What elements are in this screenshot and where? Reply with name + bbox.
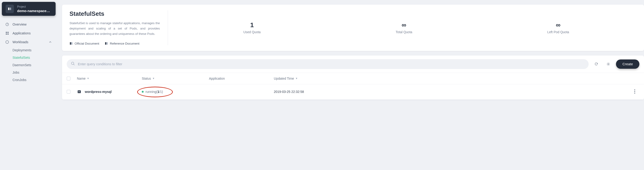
quota-value: ∞ [547,21,569,29]
refresh-button[interactable] [592,60,601,68]
sidebar-item-label: Overview [12,23,26,26]
settings-button[interactable] [604,60,613,68]
doc-link-label: Reference Document [110,42,140,45]
svg-rect-8 [71,42,72,45]
sidebar-item-overview[interactable]: Overview [3,20,54,29]
quota-value: ∞ [396,21,412,29]
gauge-icon [5,22,9,27]
column-header-status[interactable]: Status ▼ [142,77,209,80]
sidebar-item-workloads[interactable]: Workloads [3,38,54,46]
sidebar-item-daemonsets[interactable]: DaemonSets [12,61,54,69]
status-text: running(1/1) [146,90,163,94]
svg-rect-7 [70,42,71,45]
sidebar-item-applications[interactable]: Applications [3,29,54,38]
table-row[interactable]: wordpress-mysql running(1/1) 2019-03-25 … [62,84,644,100]
svg-point-14 [634,90,635,90]
svg-rect-1 [10,8,11,10]
status-dot-icon [142,91,144,93]
page-header: StatefulSets StatefulSet is used to mana… [62,5,644,51]
list-panel: Create Name ▼ Status ▼ Application [62,55,644,100]
quota-label: Total Quota [396,30,412,34]
project-name: demo-namespace… [17,9,50,13]
search-input[interactable] [78,62,584,66]
page-description: StatefulSet is used to manage stateful a… [70,21,160,37]
svg-rect-5 [6,33,7,35]
svg-point-11 [71,62,74,65]
used-quota: 1 Used Quota [243,21,260,34]
total-quota: ∞ Total Quota [396,21,412,34]
sidebar-item-cronjobs[interactable]: CronJobs [12,76,54,83]
chevron-up-icon [48,40,52,44]
row-name-text: wordpress-mysql [85,90,112,94]
doc-link-label: Official Document [74,42,99,45]
sort-caret-icon: ▼ [152,77,155,80]
official-document-link[interactable]: Official Document [70,42,99,45]
project-label: Project [17,5,50,8]
page-title: StatefulSets [70,10,160,17]
quota-label: Used Quota [243,30,260,34]
sidebar-item-statefulsets[interactable]: StatefulSets [12,54,54,61]
svg-rect-0 [8,8,9,10]
column-label: Name [77,77,86,80]
row-checkbox[interactable] [67,90,70,94]
sidebar-item-jobs[interactable]: Jobs [12,69,54,76]
svg-rect-10 [106,42,108,45]
svg-point-15 [634,91,635,92]
column-label: Updated Time [274,77,294,80]
quota-label: Left Pod Quota [547,30,569,34]
sidebar-item-deployments[interactable]: Deployments [12,46,54,54]
column-header-updated[interactable]: Updated Time ▼ [274,77,343,80]
cube-icon [5,40,9,44]
column-header-name[interactable]: Name ▼ [77,77,142,80]
sort-caret-icon: ▼ [295,77,298,80]
grid-icon [5,31,9,35]
svg-rect-3 [6,32,7,33]
svg-point-12 [608,64,609,64]
svg-rect-4 [8,32,8,33]
sort-caret-icon: ▼ [87,77,89,80]
svg-rect-6 [8,33,8,35]
statefulset-icon [77,90,82,94]
left-pod-quota: ∞ Left Pod Quota [547,21,569,34]
svg-point-16 [634,93,635,94]
search-icon [71,61,75,66]
column-header-application[interactable]: Application [209,77,274,80]
project-selector[interactable]: Project demo-namespace… [2,2,56,16]
project-icon [6,5,14,13]
reference-document-link[interactable]: Reference Document [105,42,140,45]
create-button[interactable]: Create [616,59,639,69]
column-label: Application [209,77,225,80]
book-icon [105,42,108,45]
divider [168,10,168,45]
sidebar-item-label: Workloads [12,40,28,44]
status-badge: running(1/1) [142,90,163,94]
row-actions-button[interactable] [630,90,639,94]
book-icon [70,42,73,45]
search-input-wrap[interactable] [67,59,589,69]
row-updated: 2019-03-25 22:32:58 [274,90,304,94]
table-header: Name ▼ Status ▼ Application Updated Time… [62,73,644,84]
column-label: Status [142,77,151,80]
svg-rect-9 [105,42,106,45]
select-all-checkbox[interactable] [67,77,70,80]
quota-value: 1 [243,21,260,29]
sidebar-item-label: Applications [12,31,30,35]
